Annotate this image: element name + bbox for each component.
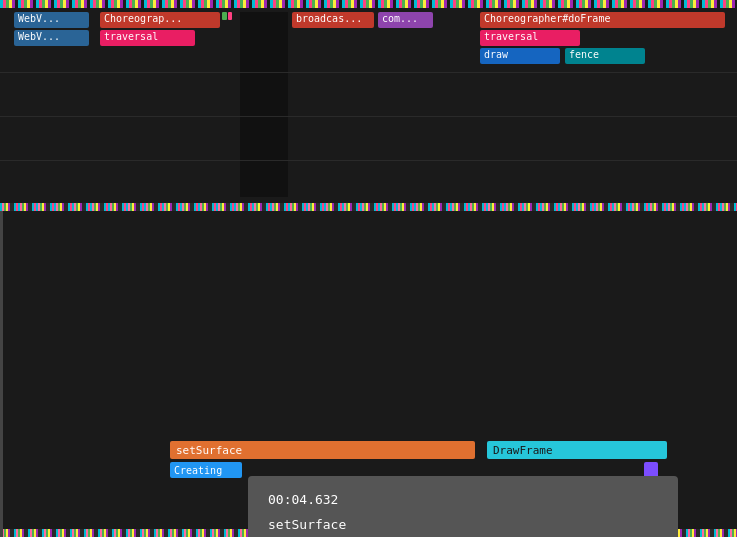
webv-block-1[interactable]: WebV... bbox=[14, 12, 89, 28]
lane-divider-1 bbox=[0, 72, 737, 73]
tooltip-time: 00:04.632 bbox=[268, 492, 658, 507]
choreographer-block-1[interactable]: Choreograp... bbox=[100, 12, 220, 28]
mid-color-strip bbox=[0, 203, 737, 211]
color-mark-1 bbox=[222, 12, 227, 20]
traversal-block-2[interactable]: traversal bbox=[480, 30, 580, 46]
tracks-container: WebV... WebV... Choreograp... traversal … bbox=[0, 8, 737, 203]
event-tooltip: 00:04.632 setSurface Running: 14.61 ms I… bbox=[248, 476, 678, 537]
setsurface-label: setSurface bbox=[176, 444, 242, 457]
empty-trace-section bbox=[240, 12, 288, 197]
setsurface-bar[interactable]: setSurface bbox=[170, 441, 475, 459]
traversal-block-1[interactable]: traversal bbox=[100, 30, 195, 46]
lane-divider-3 bbox=[0, 160, 737, 161]
choreographer-doframe-block[interactable]: Choreographer#doFrame bbox=[480, 12, 725, 28]
left-border bbox=[0, 211, 3, 537]
creating-label: Creating bbox=[174, 465, 222, 476]
top-color-bar bbox=[0, 0, 737, 8]
tooltip-event-name: setSurface bbox=[268, 517, 658, 532]
drawframe-block[interactable]: DrawFrame bbox=[487, 441, 667, 459]
drawframe-label: DrawFrame bbox=[493, 444, 553, 457]
lane-divider-2 bbox=[0, 116, 737, 117]
webv-block-2[interactable]: WebV... bbox=[14, 30, 89, 46]
draw-block[interactable]: draw bbox=[480, 48, 560, 64]
com-block[interactable]: com... bbox=[378, 12, 433, 28]
bottom-area: setSurface Creating DrawFrame 00:04.632 … bbox=[0, 211, 737, 537]
fence-block[interactable]: fence bbox=[565, 48, 645, 64]
creating-block[interactable]: Creating bbox=[170, 462, 242, 478]
color-mark-2 bbox=[228, 12, 232, 20]
broadcas-block[interactable]: broadcas... bbox=[292, 12, 374, 28]
